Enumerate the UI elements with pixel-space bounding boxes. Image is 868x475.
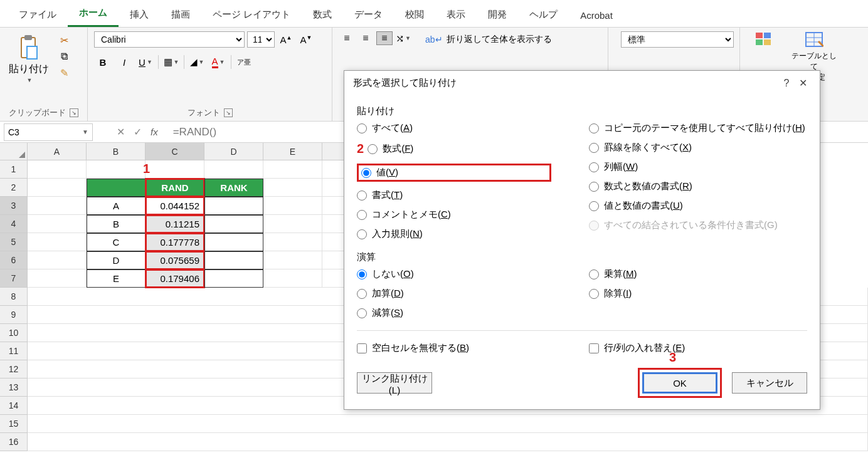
radio-no-borders[interactable]: 罫線を除くすべて(X) [589, 142, 805, 154]
phonetic-button[interactable]: ア亜 [235, 54, 253, 70]
cell[interactable]: E [87, 269, 146, 288]
cut-button[interactable]: ✂ [56, 34, 71, 46]
cancel-formula-button[interactable]: ✕ [117, 126, 125, 138]
radio-op-add[interactable]: 加算(D) [357, 288, 551, 300]
tab-review[interactable]: 校閲 [394, 3, 435, 27]
tab-acrobat[interactable]: Acrobat [569, 4, 624, 27]
radio-formulas[interactable]: 数式(F) [368, 143, 413, 155]
cell[interactable]: B [87, 215, 146, 233]
row-header-12[interactable]: 12 [0, 360, 28, 378]
cell[interactable]: 0.177778 [146, 233, 204, 251]
radio-op-none[interactable]: しない(O) [357, 268, 551, 280]
orientation-button[interactable]: ⤭▼ [395, 31, 411, 45]
cell[interactable] [87, 179, 146, 197]
row-header-7[interactable]: 7 [0, 269, 28, 288]
copy-button[interactable]: ⧉ [56, 50, 71, 63]
radio-validation[interactable]: 入力規則(N) [357, 228, 551, 240]
link-paste-button[interactable]: リンク貼り付け(L) [357, 372, 432, 394]
decrease-font-button[interactable]: A▼ [297, 31, 315, 48]
cell[interactable] [204, 215, 263, 233]
col-header-c[interactable]: C [146, 143, 204, 160]
row-header-3[interactable]: 3 [0, 197, 28, 215]
align-middle-button[interactable]: ≡ [357, 31, 374, 45]
conditional-format-button[interactable] [746, 31, 781, 50]
radio-col-widths[interactable]: 列幅(W) [589, 161, 805, 173]
radio-op-mul[interactable]: 乗算(M) [589, 268, 637, 280]
radio-values[interactable]: 値(V) [361, 167, 398, 179]
col-header-b[interactable]: B [87, 143, 146, 160]
cell[interactable]: RANK [204, 179, 263, 197]
font-name-select[interactable]: Calibri [94, 31, 245, 48]
formula-input[interactable]: =RAND() [173, 126, 216, 138]
row-header-6[interactable]: 6 [0, 251, 28, 269]
increase-font-button[interactable]: A▲ [277, 31, 295, 48]
cell[interactable] [204, 197, 263, 215]
tab-developer[interactable]: 開発 [477, 3, 518, 27]
cell[interactable] [204, 269, 263, 288]
radio-all-theme[interactable]: コピー元のテーマを使用してすべて貼り付け(H) [589, 122, 805, 134]
fill-color-button[interactable]: ◢▼ [188, 54, 206, 70]
ok-button[interactable]: OK [642, 372, 717, 394]
row-header-2[interactable]: 2 [0, 179, 28, 197]
row-header-1[interactable]: 1 [0, 160, 28, 179]
cell[interactable]: 0.044152 [146, 197, 204, 215]
underline-button[interactable]: U▼ [137, 54, 154, 70]
tab-view[interactable]: 表示 [435, 3, 477, 27]
tab-insert[interactable]: 挿入 [119, 3, 160, 27]
row-header-5[interactable]: 5 [0, 233, 28, 251]
radio-formats[interactable]: 書式(T) [357, 189, 551, 201]
tab-data[interactable]: データ [343, 3, 394, 27]
col-header-e[interactable]: E [263, 143, 322, 160]
radio-all[interactable]: すべて(A) [357, 122, 551, 134]
row-header-15[interactable]: 15 [0, 415, 28, 433]
cell[interactable] [204, 251, 263, 269]
number-format-select[interactable]: 標準 [621, 31, 734, 48]
tab-help[interactable]: ヘルプ [518, 3, 569, 27]
row-header-14[interactable]: 14 [0, 397, 28, 415]
font-size-select[interactable]: 11 [247, 31, 275, 48]
radio-op-sub[interactable]: 減算(S) [357, 307, 551, 319]
align-top-button[interactable]: ≡ [339, 31, 355, 45]
tab-file[interactable]: ファイル [8, 3, 68, 27]
select-all-corner[interactable] [0, 143, 28, 160]
tab-draw[interactable]: 描画 [160, 3, 201, 27]
italic-button[interactable]: I [115, 54, 133, 70]
border-button[interactable]: ▦▼ [162, 54, 180, 70]
enter-formula-button[interactable]: ✓ [134, 126, 142, 138]
bold-button[interactable]: B [94, 54, 112, 70]
col-header-a[interactable]: A [28, 143, 87, 160]
radio-values-num[interactable]: 値と数値の書式(U) [589, 200, 805, 212]
col-header-d[interactable]: D [204, 143, 263, 160]
cancel-button[interactable]: キャンセル [732, 372, 807, 394]
cell[interactable] [204, 233, 263, 251]
tab-home[interactable]: ホーム [68, 1, 119, 27]
name-box[interactable]: C3▼ [4, 123, 93, 141]
font-color-button[interactable]: A▼ [209, 54, 227, 70]
radio-comments[interactable]: コメントとメモ(C) [357, 209, 551, 221]
radio-formulas-num[interactable]: 数式と数値の書式(R) [589, 180, 805, 192]
paste-button[interactable]: 貼り付け ▼ [6, 31, 51, 86]
tab-page-layout[interactable]: ページ レイアウト [201, 3, 302, 27]
row-header-13[interactable]: 13 [0, 378, 28, 397]
dialog-launcher-icon[interactable]: ↘ [224, 108, 233, 117]
radio-op-div[interactable]: 除算(I) [589, 288, 637, 300]
row-header-11[interactable]: 11 [0, 342, 28, 360]
fx-icon[interactable]: fx [151, 127, 158, 137]
row-header-9[interactable]: 9 [0, 306, 28, 324]
row-header-10[interactable]: 10 [0, 324, 28, 342]
wrap-text-button[interactable]: ab↵ 折り返して全体を表示する [423, 31, 554, 48]
cell[interactable]: RAND [146, 179, 204, 197]
cell[interactable]: C [87, 233, 146, 251]
cell[interactable]: 0.179406 [146, 269, 204, 288]
cell[interactable]: 0.11215 [146, 215, 204, 233]
row-header-4[interactable]: 4 [0, 215, 28, 233]
dialog-launcher-icon[interactable]: ↘ [70, 108, 78, 117]
cell[interactable]: 0.075659 [146, 251, 204, 269]
close-button[interactable]: ✕ [795, 77, 811, 89]
row-header-8[interactable]: 8 [0, 288, 28, 306]
align-bottom-button[interactable]: ≡ [376, 31, 393, 45]
format-painter-button[interactable]: ✎ [56, 66, 71, 79]
row-header-16[interactable]: 16 [0, 433, 28, 451]
help-button[interactable]: ? [778, 78, 795, 89]
tab-formulas[interactable]: 数式 [302, 3, 343, 27]
